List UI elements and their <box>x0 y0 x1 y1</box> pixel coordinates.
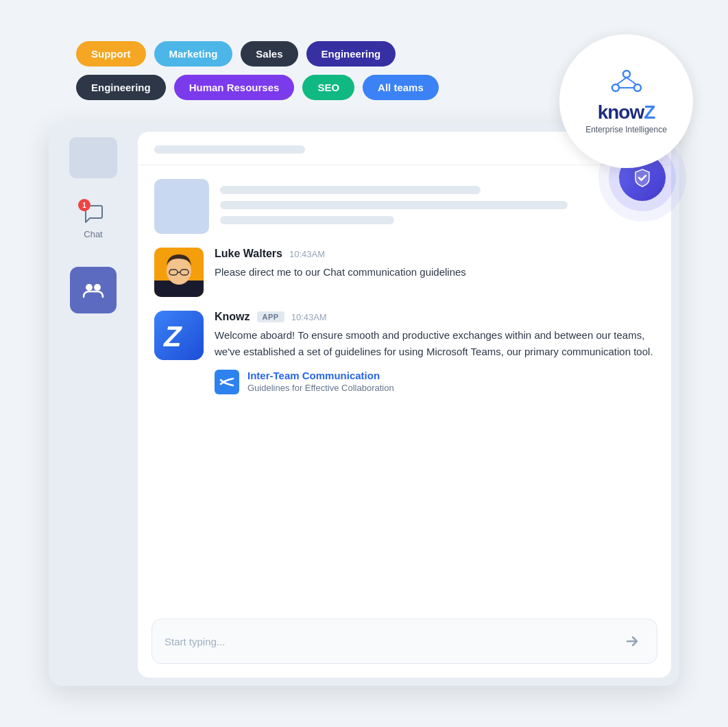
sidebar: 1 Chat <box>49 123 138 686</box>
luke-message-body: Luke Walters 10:43AM Please direct me to… <box>215 248 655 281</box>
knowz-logo-circle: knowZ Enterprise Intelligence <box>559 34 693 168</box>
link-confluence-icon <box>215 370 239 394</box>
tags-row-2: Engineering Human Resourses SEO All team… <box>76 75 542 100</box>
link-card[interactable]: Inter-Team Communication Guidelines for … <box>215 370 655 394</box>
chat-icon-wrapper: 1 <box>80 202 107 226</box>
link-subtitle: Guidelines for Effective Collaboration <box>247 383 394 393</box>
luke-avatar <box>154 248 204 297</box>
send-button[interactable] <box>620 629 644 654</box>
sidebar-item-teams[interactable] <box>49 261 138 319</box>
teams-active-icon <box>70 267 117 313</box>
knowz-brand-name: knowZ <box>598 103 655 122</box>
svg-point-7 <box>94 284 101 291</box>
svg-point-0 <box>623 71 630 78</box>
svg-line-3 <box>617 78 627 84</box>
link-text-block: Inter-Team Communication Guidelines for … <box>247 370 394 393</box>
tag-engineering-2[interactable]: Engineering <box>76 75 166 100</box>
app-badge: APP <box>257 311 284 322</box>
knowz-brand-subtitle: Enterprise Intelligence <box>585 125 667 134</box>
luke-message-header: Luke Walters 10:43AM <box>215 248 655 260</box>
tag-engineering-1[interactable]: Engineering <box>306 41 396 67</box>
placeholder-lines <box>220 179 655 224</box>
tag-human-resources[interactable]: Human Resourses <box>174 75 295 100</box>
svg-text:Z: Z <box>163 320 182 353</box>
luke-name: Luke Walters <box>215 248 282 260</box>
tag-marketing[interactable]: Marketing <box>154 41 233 67</box>
input-placeholder-text: Start typing... <box>165 636 620 647</box>
svg-point-1 <box>612 84 619 91</box>
placeholder-message <box>154 179 655 234</box>
luke-text: Please direct me to our Chat communicati… <box>215 264 655 281</box>
knowz-message-header: Knowz APP 10:43AM <box>215 311 655 323</box>
tags-area: Support Marketing Sales Engineering Engi… <box>76 41 542 108</box>
chat-area: Luke Walters 10:43AM Please direct me to… <box>138 165 671 608</box>
placeholder-line-3 <box>220 216 394 224</box>
placeholder-line-2 <box>220 201 568 209</box>
main-content: Luke Walters 10:43AM Please direct me to… <box>138 132 671 678</box>
svg-line-4 <box>627 78 636 84</box>
sidebar-item-chat[interactable]: 1 Chat <box>49 196 138 245</box>
tag-support[interactable]: Support <box>76 41 146 67</box>
knowz-avatar: Z <box>154 311 204 360</box>
knowz-name: Knowz <box>215 311 250 323</box>
knowz-message-body: Knowz APP 10:43AM Welcome aboard! To ens… <box>215 311 655 394</box>
tag-seo[interactable]: SEO <box>302 75 354 100</box>
topbar-placeholder <box>154 145 305 154</box>
knowz-time: 10:43AM <box>291 312 327 322</box>
tag-all-teams[interactable]: All teams <box>363 75 439 100</box>
input-area: Start typing... <box>138 608 671 678</box>
link-title[interactable]: Inter-Team Communication <box>247 370 394 381</box>
message-luke: Luke Walters 10:43AM Please direct me to… <box>154 248 655 297</box>
luke-time: 10:43AM <box>289 249 325 259</box>
placeholder-avatar <box>154 179 209 234</box>
tag-sales[interactable]: Sales <box>241 41 298 67</box>
sidebar-logo <box>69 137 117 178</box>
knowz-text: Welcome aboard! To ensure smooth and pro… <box>215 327 655 360</box>
app-window: 1 Chat <box>49 123 679 686</box>
message-input-box[interactable]: Start typing... <box>151 619 657 664</box>
svg-point-6 <box>86 284 93 291</box>
svg-point-2 <box>634 84 641 91</box>
chat-label: Chat <box>84 229 102 239</box>
tags-row-1: Support Marketing Sales Engineering <box>76 41 542 67</box>
message-knowz: Z Knowz APP 10:43AM Welcome aboard! To e… <box>154 311 655 394</box>
knowz-network-icon <box>610 69 643 99</box>
chat-badge: 1 <box>78 199 90 211</box>
placeholder-line-1 <box>220 186 481 194</box>
